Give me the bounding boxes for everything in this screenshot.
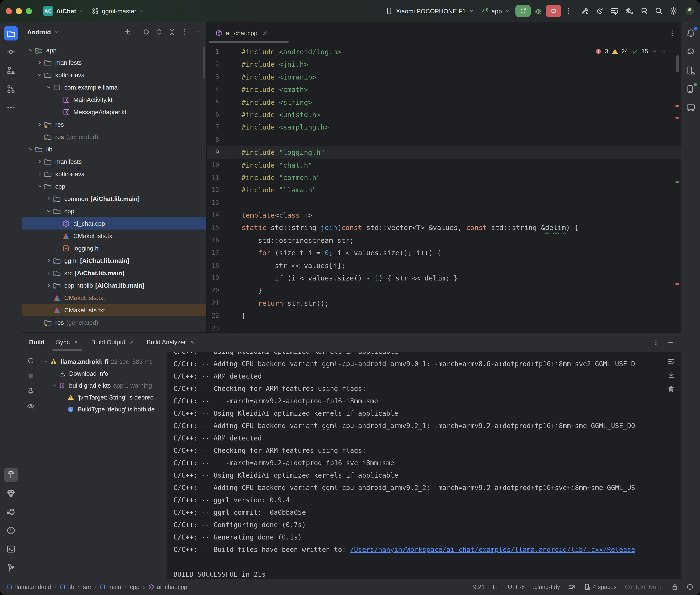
user-avatar[interactable] bbox=[684, 5, 695, 17]
code-line-6[interactable]: 6#include <unistd.h> bbox=[207, 109, 680, 121]
pull-requests-tool-button[interactable] bbox=[4, 82, 18, 96]
clang-tidy-widget[interactable]: .clang-tidy bbox=[533, 584, 560, 590]
build-tree-item[interactable]: Download info bbox=[38, 367, 167, 379]
tree-item-manifests[interactable]: manifests bbox=[22, 155, 206, 168]
kebab-menu-icon[interactable] bbox=[181, 28, 189, 36]
tree-item-ggml[interactable]: ggml[AiChat.lib.main] bbox=[22, 254, 206, 267]
code-line-11[interactable]: 11#include "common.h" bbox=[207, 171, 680, 184]
change-stripe-mark[interactable] bbox=[675, 181, 679, 183]
profiler-icon[interactable] bbox=[610, 7, 619, 15]
chevron-right-icon[interactable] bbox=[44, 196, 53, 202]
gradle-sync-icon[interactable] bbox=[640, 7, 648, 15]
close-tab-icon[interactable] bbox=[190, 340, 195, 345]
tree-item-mainactivity-kt[interactable]: MainActivity.kt bbox=[22, 93, 206, 106]
close-tab-icon[interactable] bbox=[129, 340, 134, 345]
tree-item-res[interactable]: res(generated) bbox=[22, 131, 206, 143]
device-manager-tool-button[interactable] bbox=[683, 63, 698, 78]
code-line-18[interactable]: 18 str << values[i]; bbox=[207, 259, 680, 272]
chevron-down-icon[interactable] bbox=[41, 358, 50, 365]
chevron-down-icon[interactable] bbox=[44, 208, 53, 214]
code-line-21[interactable]: 21 return str.str(); bbox=[207, 297, 680, 310]
breadcrumb-item[interactable]: Cai_chat.cpp bbox=[148, 584, 187, 590]
tree-item-cpp-httplib[interactable]: cpp-httplib[AiChat.lib.main] bbox=[22, 279, 206, 291]
tree-item-logging-h[interactable]: Hlogging.h bbox=[22, 242, 206, 254]
build-tool-button[interactable] bbox=[4, 468, 18, 482]
stop-disabled-icon[interactable] bbox=[26, 372, 34, 380]
code-line-16[interactable]: 16 std::ostringstream str; bbox=[207, 234, 680, 247]
pin-icon[interactable] bbox=[26, 387, 34, 395]
chevron-down-icon[interactable] bbox=[50, 382, 59, 388]
apply-changes-icon[interactable]: A bbox=[595, 7, 604, 15]
version-control-tool-button[interactable] bbox=[4, 560, 18, 574]
chevron-right-icon[interactable] bbox=[44, 257, 53, 263]
tree-item-ai-chat-cpp[interactable]: Cai_chat.cpp bbox=[22, 217, 206, 229]
chevron-right-icon[interactable] bbox=[26, 332, 35, 332]
tree-item-res[interactable]: res bbox=[22, 118, 206, 131]
add-icon[interactable] bbox=[124, 28, 132, 36]
indent-widget[interactable]: 4 spaces bbox=[583, 583, 617, 591]
chevron-right-icon[interactable] bbox=[35, 171, 44, 177]
chevron-right-icon[interactable] bbox=[44, 270, 53, 276]
build-console[interactable]: C/C++: -- Using KleidiAI optimized kerne… bbox=[167, 352, 680, 578]
error-stripe-mark[interactable] bbox=[675, 105, 679, 107]
lock-open-icon[interactable] bbox=[671, 583, 678, 591]
hide-panel-icon[interactable] bbox=[194, 28, 201, 36]
chevron-right-icon[interactable] bbox=[35, 121, 44, 128]
chevron-down-icon[interactable] bbox=[26, 146, 35, 152]
tree-item-app[interactable]: app bbox=[22, 44, 206, 56]
build-tab-sync[interactable]: Sync bbox=[56, 333, 79, 352]
previous-problem-icon[interactable] bbox=[651, 49, 657, 54]
rerun-button[interactable] bbox=[515, 5, 530, 17]
build-panel-title[interactable]: Build bbox=[29, 339, 45, 346]
chevron-right-icon[interactable] bbox=[44, 282, 53, 288]
code-line-14[interactable]: 14template<class T> bbox=[207, 209, 680, 222]
breadcrumb-item[interactable]: src bbox=[83, 584, 91, 590]
build-tree-item[interactable]: BuildType 'debug' is both de bbox=[38, 403, 167, 415]
breadcrumb-item[interactable]: cpp bbox=[130, 584, 139, 590]
code-line-10[interactable]: 10#include "chat.h" bbox=[207, 159, 680, 171]
kebab-menu-icon[interactable] bbox=[652, 338, 660, 346]
profiler-tool-button[interactable] bbox=[4, 505, 18, 519]
vcs-branch-widget[interactable]: ggml-master bbox=[88, 6, 148, 16]
editor-scrollbar[interactable] bbox=[674, 44, 680, 332]
code-line-5[interactable]: 5#include <string> bbox=[207, 96, 680, 109]
terminal-tool-button[interactable] bbox=[4, 542, 18, 556]
chevron-right-icon[interactable] bbox=[35, 158, 44, 165]
settings-gear-icon[interactable] bbox=[669, 7, 678, 15]
caret-position[interactable]: 9:21 bbox=[473, 584, 485, 590]
collapse-all-icon[interactable] bbox=[168, 28, 176, 36]
code-line-9[interactable]: 9#include "logging.h" bbox=[207, 146, 680, 159]
build-tab-build-analyzer[interactable]: Build Analyzer bbox=[147, 333, 195, 352]
kebab-menu-icon[interactable] bbox=[668, 29, 676, 37]
locate-file-icon[interactable] bbox=[142, 28, 150, 36]
code-line-22[interactable]: 22} bbox=[207, 310, 680, 322]
error-outline-icon[interactable] bbox=[686, 583, 693, 591]
console-file-link[interactable]: /Users/hanyin/Workspace/ai-chat/examples… bbox=[350, 545, 635, 553]
code-line-12[interactable]: 12#include "llama.h" bbox=[207, 184, 680, 197]
tree-item-common[interactable]: common[AiChat.lib.main] bbox=[22, 192, 206, 205]
attach-debugger-icon[interactable] bbox=[625, 7, 633, 15]
next-problem-icon[interactable] bbox=[661, 49, 666, 54]
close-window-button[interactable] bbox=[6, 8, 12, 14]
close-tab-icon[interactable] bbox=[261, 30, 268, 37]
project-scrollbar[interactable] bbox=[203, 47, 205, 79]
code-line-20[interactable]: 20 } bbox=[207, 285, 680, 297]
error-stripe-mark[interactable] bbox=[675, 117, 679, 118]
clear-console-icon[interactable] bbox=[667, 385, 675, 393]
scrollbar-thumb[interactable] bbox=[676, 55, 679, 73]
tree-item-gradle-scripts[interactable]: Gradle Scripts bbox=[22, 329, 206, 332]
code-line-13[interactable]: 13 bbox=[207, 196, 680, 209]
project-view-selector[interactable]: Android bbox=[27, 28, 51, 35]
scroll-to-end-icon[interactable] bbox=[667, 371, 675, 379]
tree-item-messageadapter-kt[interactable]: MessageAdapter.kt bbox=[22, 106, 206, 118]
formatter-icon[interactable] bbox=[568, 583, 575, 591]
code-line-2[interactable]: 2#include <jni.h> bbox=[207, 58, 680, 71]
chevron-down-icon[interactable] bbox=[26, 47, 35, 53]
context-widget[interactable]: Context: None bbox=[625, 584, 663, 590]
zoom-window-button[interactable] bbox=[26, 8, 32, 14]
tree-item-manifests[interactable]: manifests bbox=[22, 56, 206, 68]
close-tab-icon[interactable] bbox=[74, 340, 79, 345]
tree-item-src[interactable]: src[AiChat.lib.main] bbox=[22, 267, 206, 279]
code-line-8[interactable]: 8 bbox=[207, 134, 680, 146]
error-stripe-mark[interactable] bbox=[675, 283, 679, 285]
